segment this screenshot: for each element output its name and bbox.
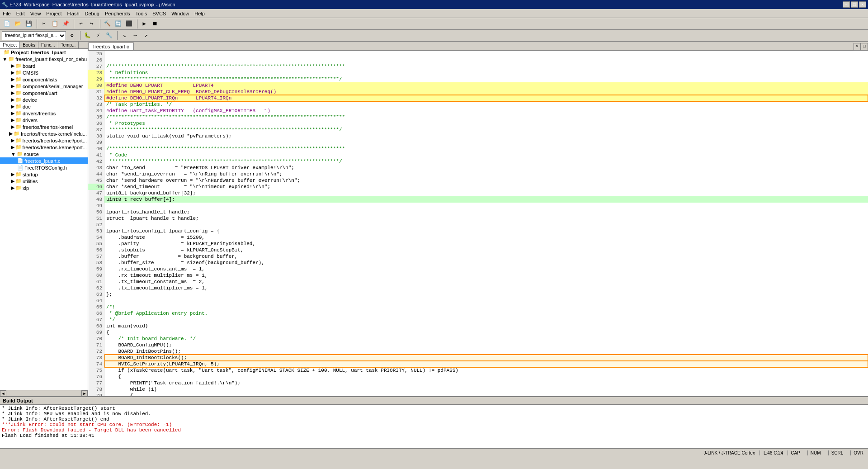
code-line-34[interactable]: * Prototypes — [104, 120, 868, 127]
code-line-48[interactable]: lpuart_rtos_handle_t handle; — [104, 209, 868, 215]
tree-file-h[interactable]: 📄 FreeRTOSConfig.h — [0, 164, 88, 171]
maximize-button[interactable]: □ — [851, 1, 858, 8]
code-line-76[interactable]: while (1) — [104, 386, 868, 393]
tree-comp-serial[interactable]: ▶ 📁 component/serial_manager — [0, 83, 88, 90]
code-container[interactable]: 2526272829303132333435363738394041424344… — [88, 51, 868, 396]
step-over-btn[interactable]: → — [130, 31, 140, 41]
menu-view[interactable]: View — [28, 10, 44, 17]
run-to-btn[interactable]: ↗ — [141, 31, 151, 41]
tree-board[interactable]: ▶ 📁 board — [0, 62, 88, 69]
scroll-right-btn[interactable]: ▶ — [81, 390, 88, 396]
menu-tools[interactable]: Tools — [133, 10, 150, 17]
tree-freertos-kernel[interactable]: ▶ 📁 freertos/freertos-kernel — [0, 123, 88, 130]
menu-debug[interactable]: Debug — [82, 10, 102, 17]
stop-button[interactable]: ⬛ — [124, 19, 134, 29]
editor-tab-file[interactable]: freertos_lpuart.c — [88, 43, 134, 50]
menu-peripherals[interactable]: Peripherals — [102, 10, 133, 17]
menu-file[interactable]: File — [0, 10, 14, 17]
code-line-74[interactable]: { — [104, 374, 868, 380]
minimize-button[interactable]: − — [843, 1, 850, 8]
rebuild-button[interactable]: 🔄 — [113, 19, 123, 29]
code-line-47[interactable] — [104, 203, 868, 209]
code-line-70[interactable]: BOARD_InitBootPins(); — [104, 348, 868, 355]
tree-root[interactable]: 📁 Project: freertos_lpuart — [0, 49, 88, 56]
tree-doc[interactable]: ▶ 📁 doc — [0, 103, 88, 110]
code-line-51[interactable]: lpuart_rtos_config_t lpuart_config = { — [104, 228, 868, 234]
tree-comp-uart[interactable]: ▶ 📁 component/uart — [0, 90, 88, 96]
tree-target[interactable]: ▼ 📁 freertos_lpuart flexspi_nor_debu — [0, 56, 88, 62]
code-editor[interactable]: /***************************************… — [104, 51, 868, 396]
load-btn[interactable]: ⚡ — [93, 31, 103, 41]
code-line-68[interactable]: /* Init board hardware. */ — [104, 336, 868, 342]
debug-start-button[interactable]: ▶ — [139, 19, 149, 29]
code-line-32[interactable]: #define uart_task_PRIORITY (configMAX_PR… — [104, 108, 868, 114]
code-line-46[interactable]: uint8_t recv_buffer[4]; — [104, 196, 868, 203]
build-button[interactable]: 🔨 — [102, 19, 112, 29]
code-line-59[interactable]: .tx_timeout_constant_ms = 2, — [104, 279, 868, 285]
code-line-57[interactable]: .rx_timeout_constant_ms = 1, — [104, 266, 868, 272]
code-line-26[interactable]: * Definitions — [104, 70, 868, 76]
code-line-25[interactable]: /***************************************… — [104, 63, 868, 70]
tree-comp-lists[interactable]: ▶ 📁 component/lists — [0, 76, 88, 83]
close-button[interactable]: × — [859, 1, 866, 8]
code-line-42[interactable]: char *send_ring_overrun = "\r\nRing buff… — [104, 171, 868, 177]
code-line-45[interactable]: uint8_t background_buffer[32]; — [104, 190, 868, 196]
code-line-35[interactable]: ****************************************… — [104, 127, 868, 133]
code-line-37[interactable] — [104, 139, 868, 146]
debug-stop-button[interactable]: ⏹ — [150, 19, 160, 29]
scroll-left-btn[interactable]: ◀ — [0, 390, 6, 396]
tree-freertos-port2[interactable]: ▶ 📁 freertos/freertos-kernel/port... — [0, 144, 88, 151]
code-line-53[interactable]: .parity = kLPUART_ParityDisabled, — [104, 241, 868, 247]
menu-window[interactable]: Window — [169, 10, 192, 17]
tree-xip[interactable]: ▶ 📁 xip — [0, 185, 88, 191]
code-line-43[interactable]: char *send_hardware_overrun = "\r\nHardw… — [104, 177, 868, 184]
code-line-56[interactable]: .buffer_size = sizeof(background_buffer)… — [104, 260, 868, 266]
cut-button[interactable]: ✂ — [39, 19, 49, 29]
code-line-36[interactable]: static void uart_task(void *pvParameters… — [104, 133, 868, 139]
code-line-55[interactable]: .buffer = background_buffer, — [104, 253, 868, 260]
code-line-50[interactable] — [104, 222, 868, 228]
code-line-72[interactable]: NVIC_SetPriority(LPUART4_IRQn, 5); — [104, 361, 868, 367]
code-line-60[interactable]: .tx_timeout_multiplier_ms = 1, — [104, 285, 868, 291]
target-dropdown[interactable]: freertos_lpuart flexspi_n... — [2, 31, 66, 40]
code-line-28[interactable]: #define DEMO_LPUART LPUART4 — [104, 82, 868, 89]
menu-help[interactable]: Help — [192, 10, 208, 17]
debug-session-btn[interactable]: 🐛 — [82, 31, 92, 41]
editor-close-btn[interactable]: × — [854, 43, 861, 50]
code-line-65[interactable]: */ — [104, 317, 868, 323]
tree-utilities[interactable]: ▶ 📁 utilities — [0, 178, 88, 185]
save-button[interactable]: 💾 — [24, 19, 33, 29]
code-line-40[interactable]: ****************************************… — [104, 158, 868, 165]
code-line-61[interactable]: }; — [104, 291, 868, 298]
code-line-64[interactable]: * @brief Application entry point. — [104, 310, 868, 317]
tab-project[interactable]: Project — [0, 42, 20, 48]
step-into-btn[interactable]: ↘ — [119, 31, 129, 41]
tab-funcs[interactable]: Func... — [38, 42, 58, 48]
tree-source[interactable]: ▼ 📁 source — [0, 151, 88, 157]
project-scrollbar[interactable]: ◀ ▶ — [0, 390, 88, 396]
code-line-49[interactable]: struct _lpuart_handle t_handle; — [104, 215, 868, 222]
tree-freertos-incl[interactable]: ▶ 📁 freertos/freertos-kernel/inclu... — [0, 130, 88, 137]
code-line-62[interactable] — [104, 298, 868, 304]
code-line-41[interactable]: char *to_send = "FreeRTOS LPUART driver … — [104, 165, 868, 171]
menu-flash[interactable]: Flash — [65, 10, 82, 17]
code-line-77[interactable]: { — [104, 393, 868, 396]
tab-books[interactable]: Books — [20, 42, 38, 48]
code-line-66[interactable]: int main(void) — [104, 323, 868, 329]
undo-button[interactable]: ↩ — [76, 19, 86, 29]
settings-btn[interactable]: 🔧 — [104, 31, 114, 41]
code-line-69[interactable]: BOARD_ConfigMPU(); — [104, 342, 868, 348]
tree-cmsis[interactable]: ▶ 📁 CMSIS — [0, 69, 88, 76]
tree-freertos-port1[interactable]: ▶ 📁 freertos/freertos-kernel/port... — [0, 137, 88, 144]
code-line-63[interactable]: /*! — [104, 304, 868, 310]
code-line-58[interactable]: .rx_timeout_multiplier_ms = 1, — [104, 272, 868, 279]
code-line-31[interactable]: /* Task priorities. */ — [104, 101, 868, 108]
copy-button[interactable]: 📋 — [50, 19, 60, 29]
code-line-30[interactable]: #define DEMO_LPUART_IRQn LPUART4_IRQn — [104, 95, 868, 101]
menu-svcs[interactable]: SVCS — [150, 10, 169, 17]
open-button[interactable]: 📂 — [13, 19, 23, 29]
code-line-54[interactable]: .stopbits = kLPUART_OneStopBit, — [104, 247, 868, 253]
tree-drivers-rtos[interactable]: ▶ 📁 drivers/freertos — [0, 110, 88, 117]
code-line-33[interactable]: /***************************************… — [104, 114, 868, 120]
code-line-29[interactable]: #define DEMO_LPUART_CLK_FREQ BOARD_Debug… — [104, 89, 868, 95]
